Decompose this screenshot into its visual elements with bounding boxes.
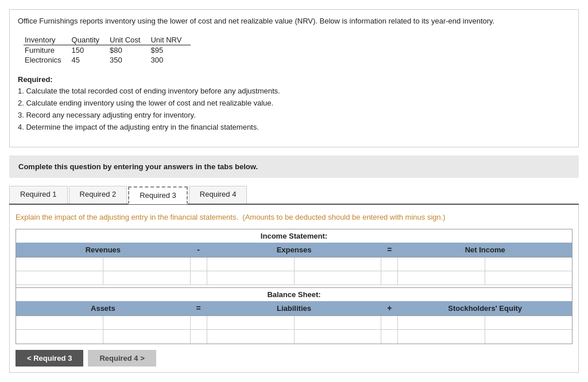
bs-assets-cell-4[interactable]	[103, 330, 190, 344]
bs-liab-cell-1[interactable]	[207, 316, 295, 329]
bs-liab-cell-2[interactable]	[295, 316, 381, 329]
bs-data-row-1	[16, 316, 572, 330]
is-col-revenues: Revenues	[16, 243, 190, 257]
explain-main-text: Explain the impact of the adjusting entr…	[16, 213, 238, 221]
bs-assets-cell-2[interactable]	[103, 316, 190, 329]
is-rev-cell-3[interactable]	[16, 271, 103, 284]
col-header-unit-cost: Unit Cost	[109, 35, 149, 45]
bs-liab-cell-3[interactable]	[207, 330, 295, 344]
row-electronics-name: Electronics	[24, 55, 71, 65]
is-rev-cell-2[interactable]	[103, 258, 190, 271]
bs-assets-pair-2	[16, 330, 190, 344]
bs-liab-pair-2	[207, 330, 381, 344]
col-header-unit-nrv: Unit NRV	[149, 35, 191, 45]
bs-eq-pair	[398, 316, 572, 329]
bs-col-assets: Assets	[16, 301, 190, 315]
bs-liab-cell-4[interactable]	[295, 330, 381, 344]
bs-op2: +	[381, 303, 398, 313]
intro-section: Office Furnishings reports inventory usi…	[9, 9, 579, 147]
row-furniture-cost: $80	[109, 45, 149, 55]
bs-eq-cell-4[interactable]	[485, 330, 572, 344]
row-furniture-qty: 150	[71, 45, 109, 55]
required-heading: Required:	[18, 75, 53, 84]
is-op1-static-2	[190, 271, 207, 284]
bs-assets-cell-1[interactable]	[16, 316, 103, 329]
bs-op1: =	[190, 303, 207, 313]
col-header-quantity: Quantity	[71, 35, 109, 45]
required-item-1: 1. Calculate the total recorded cost of …	[18, 85, 570, 98]
row-electronics-qty: 45	[71, 55, 109, 65]
tab-required-2[interactable]: Required 2	[69, 186, 127, 204]
balance-sheet-header: Balance Sheet:	[16, 287, 572, 301]
is-exp-cell-1[interactable]	[207, 258, 295, 271]
bs-eq-cell-3[interactable]	[398, 330, 485, 344]
bs-op2-static-2	[381, 330, 398, 344]
is-data-row-2	[16, 271, 572, 285]
intro-text: Office Furnishings reports inventory usi…	[18, 15, 570, 27]
is-data-row-1	[16, 258, 572, 271]
is-col-net-income: Net Income	[398, 243, 572, 257]
bs-eq-cell-2[interactable]	[485, 316, 572, 329]
is-ni-cell-2[interactable]	[485, 258, 572, 271]
is-ni-pair-2	[398, 271, 572, 284]
bs-eq-cell-1[interactable]	[398, 316, 485, 329]
bs-data-row-2	[16, 330, 572, 344]
is-ni-cell-1[interactable]	[398, 258, 485, 271]
row-furniture-nrv: $95	[149, 45, 191, 55]
tab-required-1[interactable]: Required 1	[9, 186, 68, 204]
row-electronics-cost: 350	[109, 55, 149, 65]
is-exp-pair	[207, 258, 381, 271]
is-op1-static	[190, 258, 207, 271]
is-op1: -	[190, 245, 207, 254]
bottom-buttons: < Required 3 Required 4 >	[16, 350, 572, 367]
is-exp-cell-2[interactable]	[295, 258, 381, 271]
is-col-expenses: Expenses	[207, 243, 381, 257]
explain-note: (Amounts to be deducted should be entere…	[242, 213, 445, 221]
bs-assets-pair	[16, 316, 190, 329]
is-rev-pair-2	[16, 271, 190, 284]
row-furniture-name: Furniture	[24, 45, 71, 55]
col-header-inventory: Inventory	[24, 35, 71, 45]
balance-sheet-header-row: Assets = Liabilities + Stockholders' Equ…	[16, 301, 572, 316]
bs-liab-pair	[207, 316, 381, 329]
tab-required-4[interactable]: Required 4	[189, 186, 247, 204]
next-button[interactable]: Required 4 >	[88, 350, 156, 367]
inventory-table: Inventory Quantity Unit Cost Unit NRV Fu…	[24, 35, 191, 65]
is-exp-pair-2	[207, 271, 381, 284]
is-exp-cell-4[interactable]	[295, 271, 381, 284]
required-item-2: 2. Calculate ending inventory using the …	[18, 98, 570, 110]
bs-op1-static-2	[190, 330, 207, 344]
financial-tables: Income Statement: Revenues - Expenses = …	[16, 229, 572, 344]
complete-banner: Complete this question by entering your …	[9, 155, 579, 178]
required-item-3: 3. Record any necessary adjusting entry …	[18, 110, 570, 122]
bs-op1-static	[190, 316, 207, 329]
is-op2-static-2	[381, 271, 398, 284]
row-electronics-nrv: 300	[149, 55, 191, 65]
bs-col-equity: Stockholders' Equity	[398, 301, 572, 315]
required-section: Required: 1. Calculate the total recorde…	[18, 74, 570, 134]
is-rev-cell-4[interactable]	[103, 271, 190, 284]
is-ni-cell-4[interactable]	[485, 271, 572, 284]
income-statement-header-row: Revenues - Expenses = Net Income	[16, 243, 572, 258]
is-rev-pair	[16, 258, 190, 271]
is-op2: =	[381, 245, 398, 254]
bs-assets-cell-3[interactable]	[16, 330, 103, 344]
tab-content: Explain the impact of the adjusting entr…	[9, 205, 579, 373]
tabs-row: Required 1 Required 2 Required 3 Require…	[9, 186, 579, 205]
bs-op2-static	[381, 316, 398, 329]
bs-eq-pair-2	[398, 330, 572, 344]
prev-button[interactable]: < Required 3	[16, 350, 83, 367]
income-statement-header: Income Statement:	[16, 229, 572, 243]
bs-col-liabilities: Liabilities	[207, 301, 381, 315]
is-exp-cell-3[interactable]	[207, 271, 295, 284]
explain-text: Explain the impact of the adjusting entr…	[16, 212, 572, 223]
is-rev-cell-1[interactable]	[16, 258, 103, 271]
is-ni-pair	[398, 258, 572, 271]
tab-required-3[interactable]: Required 3	[128, 186, 188, 204]
is-op2-static	[381, 258, 398, 271]
is-ni-cell-3[interactable]	[398, 271, 485, 284]
required-item-4: 4. Determine the impact of the adjusting…	[18, 122, 570, 134]
